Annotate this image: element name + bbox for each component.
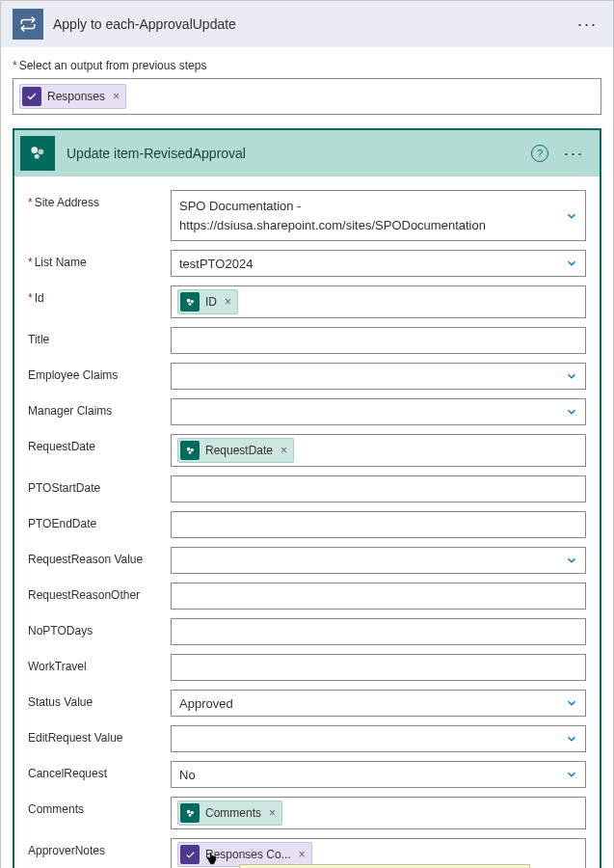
site-address-input[interactable]: SPO Documentation - https://dsiusa.share…: [171, 190, 586, 241]
comments-input[interactable]: Comments ×: [171, 797, 586, 829]
field-label: CancelRequest: [28, 761, 163, 780]
svg-point-2: [35, 154, 40, 159]
pto-end-date-input[interactable]: [171, 511, 586, 538]
field-label: PTOStartDate: [28, 475, 163, 495]
field-label: RequestReason Value: [28, 547, 163, 566]
approval-token-icon: [180, 845, 200, 864]
cancel-request-row: CancelRequest No: [28, 761, 586, 788]
select-output-text: Select an output from previous steps: [19, 59, 207, 72]
inner-action-header[interactable]: Update item-RevisedApproval ? ···: [14, 130, 600, 176]
loop-icon: [13, 9, 43, 40]
remove-token-button[interactable]: ×: [111, 90, 121, 103]
field-label: Status Value: [28, 690, 163, 709]
field-label: *Id: [28, 285, 163, 305]
svg-point-3: [186, 298, 190, 302]
sharepoint-token-icon: [180, 292, 200, 312]
list-name-input[interactable]: testPTO2024: [171, 250, 586, 277]
svg-point-8: [188, 450, 191, 453]
expression-tooltip: items('Apply_to_each-ApprovalUpdate')?['…: [239, 864, 530, 868]
list-name-row: *List Name testPTO2024: [28, 250, 586, 277]
svg-point-0: [31, 147, 38, 153]
select-output-input[interactable]: Responses ×: [13, 78, 601, 115]
cursor-pointer-icon: [202, 851, 220, 868]
svg-point-9: [186, 809, 190, 813]
title-row: Title: [28, 327, 586, 354]
field-label: *Site Address: [28, 190, 163, 209]
svg-point-5: [188, 302, 191, 305]
field-label: Title: [28, 327, 163, 346]
request-reason-value-row: RequestReason Value: [28, 547, 586, 574]
manager-claims-row: Manager Claims: [28, 398, 586, 425]
employee-claims-input[interactable]: [171, 363, 586, 390]
site-address-row: *Site Address SPO Documentation - https:…: [28, 190, 586, 241]
request-date-row: RequestDate RequestDate ×: [28, 434, 586, 467]
manager-claims-input[interactable]: [171, 398, 586, 425]
apply-to-each-action: Apply to each-ApprovalUpdate ··· *Select…: [0, 0, 614, 868]
title-input[interactable]: [171, 327, 586, 354]
responses-token[interactable]: Responses ×: [19, 84, 126, 109]
field-label: NoPTODays: [28, 618, 163, 637]
inner-action-body: *Site Address SPO Documentation - https:…: [14, 176, 600, 868]
token-label: ID: [205, 295, 217, 309]
status-value-input[interactable]: Approved: [171, 690, 586, 717]
id-token[interactable]: ID ×: [177, 289, 238, 314]
edit-request-value-row: EditRequest Value: [28, 725, 586, 752]
request-date-input[interactable]: RequestDate ×: [171, 434, 586, 467]
approver-notes-row: ApproverNotes Responses Co... ×: [28, 838, 586, 868]
edit-request-value-input[interactable]: [171, 725, 586, 752]
approver-notes-input[interactable]: Responses Co... × items('Apply_to_each-A…: [171, 838, 586, 868]
inner-more-menu-button[interactable]: ···: [560, 144, 588, 164]
request-reason-value-input[interactable]: [171, 547, 586, 574]
svg-point-7: [190, 448, 193, 450]
no-pto-days-row: NoPTODays: [28, 618, 586, 645]
field-label: RequestDate: [28, 434, 163, 453]
more-menu-button[interactable]: ···: [574, 14, 601, 35]
no-pto-days-input[interactable]: [171, 618, 586, 645]
remove-token-button[interactable]: ×: [297, 848, 307, 861]
site-address-line2: https://dsiusa.sharepoint.com/sites/SPOD…: [179, 216, 486, 235]
pto-start-date-row: PTOStartDate: [28, 475, 586, 502]
token-label: Comments: [205, 806, 261, 820]
inner-action-title: Update item-RevisedApproval: [67, 146, 520, 161]
select-output-label: *Select an output from previous steps: [13, 59, 601, 72]
field-label: EditRequest Value: [28, 725, 163, 745]
work-travel-input[interactable]: [171, 654, 586, 681]
field-label: Manager Claims: [28, 398, 163, 418]
comments-token[interactable]: Comments ×: [177, 800, 282, 826]
work-travel-row: WorkTravel: [28, 654, 586, 681]
required-star-icon: *: [13, 59, 17, 72]
pto-end-date-row: PTOEndDate: [28, 511, 586, 538]
request-date-token[interactable]: RequestDate ×: [177, 438, 294, 463]
outer-action-header[interactable]: Apply to each-ApprovalUpdate ···: [1, 1, 613, 47]
field-label: Comments: [28, 797, 163, 816]
request-reason-other-row: RequestReasonOther: [28, 583, 586, 610]
svg-point-1: [38, 149, 43, 154]
field-label: WorkTravel: [28, 654, 163, 673]
update-item-action: Update item-RevisedApproval ? ··· *Site …: [13, 128, 601, 868]
id-input[interactable]: ID ×: [171, 285, 586, 318]
pto-start-date-input[interactable]: [171, 475, 586, 502]
field-label: ApproverNotes: [28, 838, 163, 857]
token-label: Responses: [47, 90, 105, 103]
outer-action-title: Apply to each-ApprovalUpdate: [53, 16, 564, 32]
outer-action-body: *Select an output from previous steps Re…: [1, 47, 613, 868]
sharepoint-token-icon: [180, 803, 200, 823]
field-label: RequestReasonOther: [28, 583, 163, 602]
svg-point-10: [190, 810, 193, 813]
remove-token-button[interactable]: ×: [223, 295, 233, 309]
id-row: *Id ID ×: [28, 285, 586, 318]
help-icon[interactable]: ?: [531, 145, 548, 162]
cancel-request-input[interactable]: No: [171, 761, 586, 788]
status-value-row: Status Value Approved: [28, 690, 586, 717]
request-reason-other-input[interactable]: [171, 583, 586, 610]
token-label: RequestDate: [205, 444, 273, 457]
remove-token-button[interactable]: ×: [267, 806, 278, 820]
field-label: PTOEndDate: [28, 511, 163, 530]
svg-point-6: [186, 447, 190, 450]
svg-point-4: [190, 299, 193, 302]
svg-point-11: [188, 813, 191, 816]
sharepoint-token-icon: [180, 441, 200, 460]
site-address-line1: SPO Documentation -: [179, 197, 486, 216]
comments-row: Comments Comments ×: [28, 797, 586, 829]
remove-token-button[interactable]: ×: [279, 444, 289, 457]
